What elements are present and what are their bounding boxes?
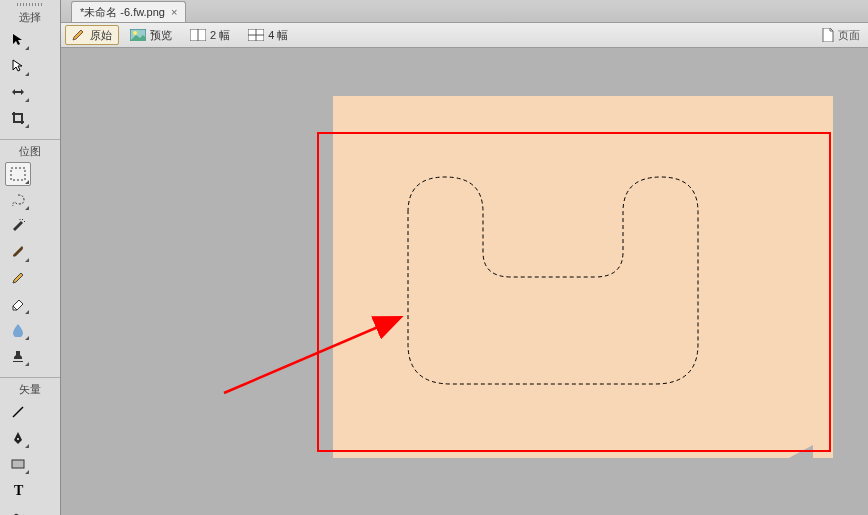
view-preview-btn[interactable]: 预览: [123, 25, 179, 45]
svg-point-12: [133, 31, 137, 35]
view-2up-btn[interactable]: 2 幅: [183, 25, 237, 45]
page-label: 页面: [838, 28, 860, 43]
subselect-tool[interactable]: [5, 54, 31, 78]
pointer-tool[interactable]: [5, 28, 31, 52]
scale-tool[interactable]: [5, 80, 31, 104]
svg-point-2: [17, 438, 19, 440]
selection-marquee: [403, 172, 703, 392]
svg-text:T: T: [14, 483, 24, 497]
wand-tool[interactable]: [5, 214, 31, 238]
split4-icon: [248, 29, 264, 41]
close-tab-icon[interactable]: ×: [171, 6, 177, 18]
stamp-tool[interactable]: [5, 344, 31, 368]
view-original-label: 原始: [90, 28, 112, 43]
eraser-tool[interactable]: [5, 292, 31, 316]
tools-panel: 选择 位图: [0, 0, 61, 515]
crop-tool[interactable]: [5, 106, 31, 130]
panel-grip[interactable]: [0, 0, 60, 8]
pencil-tool[interactable]: [5, 266, 31, 290]
view-2up-label: 2 幅: [210, 28, 230, 43]
svg-rect-0: [11, 168, 25, 180]
view-original-btn[interactable]: 原始: [65, 25, 119, 45]
freeform-tool[interactable]: [5, 504, 31, 515]
text-tool[interactable]: T: [5, 478, 31, 502]
document-tab-title: *未命名 -6.fw.png: [80, 5, 165, 20]
line-tool[interactable]: [5, 400, 31, 424]
lasso-tool[interactable]: [5, 188, 31, 212]
svg-line-1: [13, 407, 23, 417]
document-tabstrip: *未命名 -6.fw.png ×: [61, 0, 868, 23]
view-preview-label: 预览: [150, 28, 172, 43]
svg-rect-3: [12, 460, 24, 468]
tools-group-select-label: 选择: [0, 8, 60, 25]
split2-icon: [190, 29, 206, 41]
document-tab[interactable]: *未命名 -6.fw.png ×: [71, 1, 186, 22]
pen-tool[interactable]: [5, 426, 31, 450]
document-area: *未命名 -6.fw.png × 原始 预览 2 幅 4 幅 页面: [61, 0, 868, 515]
view-bar: 原始 预览 2 幅 4 幅 页面: [61, 23, 868, 48]
page-button[interactable]: 页面: [822, 28, 860, 43]
view-4up-btn[interactable]: 4 幅: [241, 25, 295, 45]
image-icon: [130, 29, 146, 41]
marquee-tool[interactable]: [5, 162, 31, 186]
view-4up-label: 4 幅: [268, 28, 288, 43]
page-icon: [822, 28, 834, 42]
tools-group-bitmap-label: 位图: [0, 142, 60, 159]
tools-group-vector-label: 矢量: [0, 380, 60, 397]
pencil-icon: [72, 29, 86, 41]
brush-tool[interactable]: [5, 240, 31, 264]
blur-tool[interactable]: [5, 318, 31, 342]
canvas[interactable]: [61, 46, 868, 515]
rect-tool[interactable]: [5, 452, 31, 476]
